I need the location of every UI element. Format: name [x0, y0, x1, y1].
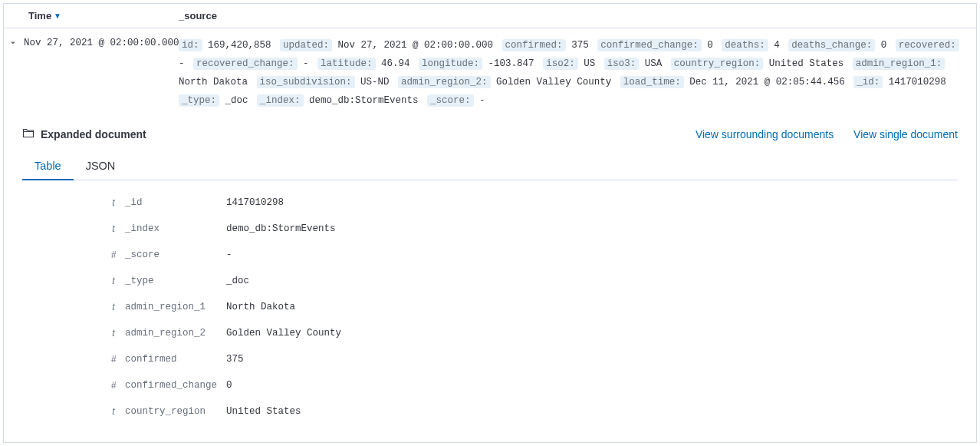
- table-header-row: Time ▼ _source: [4, 4, 976, 28]
- source-key: _id:: [853, 76, 883, 88]
- field-type-icon: t: [107, 223, 120, 234]
- source-value: 0: [702, 40, 719, 51]
- source-key: deaths_change:: [788, 39, 875, 51]
- source-key: iso_subdivision:: [257, 76, 355, 88]
- source-value: 169,420,858: [202, 40, 278, 51]
- view-surrounding-link[interactable]: View surrounding documents: [696, 128, 834, 140]
- field-value: _doc: [226, 276, 249, 286]
- field-value: -: [226, 249, 232, 260]
- source-key: recovered_change:: [193, 58, 298, 70]
- field-table: t_id1417010298t_indexdemo_db:StormEvents…: [22, 190, 958, 425]
- expanded-header: Expanded document View surrounding docum…: [22, 127, 958, 141]
- field-type-icon: t: [107, 302, 120, 312]
- field-name: confirmed_change: [120, 380, 226, 391]
- document-panel: Time ▼ _source Nov 27, 2021 @ 02:00:00.0…: [3, 3, 977, 443]
- source-key: id:: [179, 39, 202, 51]
- field-type-icon: t: [107, 406, 120, 417]
- source-value: -: [474, 95, 485, 106]
- source-value: USA: [639, 58, 668, 69]
- source-key: _index:: [257, 94, 304, 107]
- source-value: United States: [763, 58, 850, 69]
- expanded-links: View surrounding documents View single d…: [679, 128, 958, 140]
- time-cell: Nov 27, 2021 @ 02:00:00.000: [19, 36, 179, 48]
- source-key: confirmed:: [502, 39, 566, 51]
- field-name: confirmed: [120, 354, 226, 365]
- source-value: Golden Valley County: [491, 77, 617, 88]
- source-key: longitude:: [419, 58, 482, 70]
- field-type-icon: t: [107, 328, 120, 339]
- field-type-icon: #: [107, 249, 120, 260]
- field-row: tcountry_regionUnited States: [107, 398, 958, 425]
- expanded-title-text: Expanded document: [41, 128, 146, 140]
- source-value: -: [298, 58, 315, 69]
- field-name: _id: [120, 197, 226, 208]
- expand-toggle[interactable]: [4, 36, 19, 50]
- source-value: Dec 11, 2021 @ 02:05:44.456: [684, 77, 851, 88]
- field-row: #confirmed_change0: [107, 372, 958, 398]
- source-key: latitude:: [317, 58, 376, 70]
- source-value: -: [179, 58, 190, 69]
- tab-table[interactable]: Table: [22, 152, 74, 180]
- source-value: 46.94: [376, 58, 416, 69]
- field-type-icon: #: [107, 354, 120, 365]
- field-row: tadmin_region_1North Dakota: [107, 294, 958, 320]
- source-key: _score:: [427, 94, 474, 107]
- source-label: _source: [179, 10, 217, 21]
- source-value: 0: [875, 40, 893, 51]
- source-key: confirmed_change:: [597, 39, 702, 51]
- source-key: admin_region_2:: [398, 76, 491, 88]
- field-name: admin_region_1: [120, 302, 226, 312]
- field-value: demo_db:StormEvents: [226, 223, 336, 234]
- source-value: 375: [566, 40, 595, 51]
- source-value: 4: [768, 40, 786, 51]
- field-type-icon: #: [107, 380, 120, 391]
- field-row: tadmin_region_2Golden Valley County: [107, 320, 958, 346]
- field-value: 0: [226, 380, 232, 391]
- source-value: 1417010298: [883, 77, 946, 88]
- field-row: t_indexdemo_db:StormEvents: [107, 216, 958, 242]
- field-row: #_score -: [107, 242, 958, 268]
- expanded-title: Expanded document: [22, 127, 146, 141]
- field-name: _type: [120, 276, 226, 286]
- field-value: North Dakota: [226, 302, 295, 312]
- field-row: #confirmed375: [107, 346, 958, 372]
- field-name: admin_region_2: [120, 328, 226, 339]
- source-key: _type:: [179, 94, 219, 107]
- source-key: admin_region_1:: [853, 58, 945, 70]
- field-value: 1417010298: [226, 197, 284, 208]
- field-name: _index: [120, 223, 226, 234]
- source-key: load_time:: [620, 76, 684, 88]
- expanded-document: Expanded document View surrounding docum…: [4, 117, 976, 425]
- field-type-icon: t: [107, 276, 120, 286]
- field-row: t_type_doc: [107, 268, 958, 294]
- source-key: updated:: [280, 39, 332, 51]
- source-cell: id: 169,420,858 updated: Nov 27, 2021 @ …: [179, 36, 976, 110]
- source-value: demo_db:StormEvents: [304, 95, 425, 106]
- source-key: recovered:: [896, 39, 959, 51]
- source-value: North Dakota: [179, 77, 254, 88]
- source-key: deaths:: [722, 39, 768, 51]
- source-value: US: [578, 58, 601, 69]
- view-single-link[interactable]: View single document: [853, 128, 958, 140]
- col-time-header[interactable]: Time ▼: [19, 10, 179, 21]
- sort-desc-icon: ▼: [54, 12, 61, 20]
- col-source-header[interactable]: _source: [179, 10, 976, 21]
- field-type-icon: t: [107, 197, 120, 208]
- source-key: country_region:: [671, 58, 764, 70]
- chevron-down-icon: [8, 38, 18, 48]
- field-value: Golden Valley County: [226, 328, 341, 339]
- field-value: 375: [226, 354, 244, 365]
- time-label: Time: [28, 10, 51, 21]
- table-row: Nov 27, 2021 @ 02:00:00.000 id: 169,420,…: [4, 28, 976, 117]
- field-name: _score: [120, 249, 226, 260]
- source-key: iso2:: [543, 58, 578, 70]
- tab-json[interactable]: JSON: [74, 152, 128, 180]
- source-value: -103.847: [482, 58, 540, 69]
- field-name: country_region: [120, 406, 226, 417]
- source-value: US-ND: [355, 77, 396, 88]
- source-value: Nov 27, 2021 @ 02:00:00.000: [332, 40, 499, 51]
- field-row: t_id1417010298: [107, 190, 958, 216]
- source-key: iso3:: [604, 58, 640, 70]
- source-value: _doc: [219, 95, 254, 106]
- field-value: United States: [226, 406, 301, 417]
